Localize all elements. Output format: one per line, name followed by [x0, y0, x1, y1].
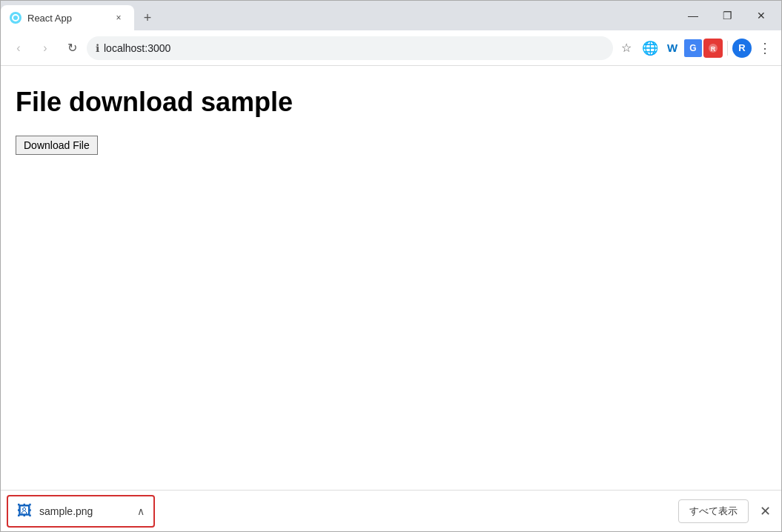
restore-button[interactable]: ❐	[710, 1, 744, 30]
red-extension-icon[interactable]: R	[703, 39, 723, 58]
reload-button[interactable]: ↻	[60, 36, 84, 60]
download-bar-close-button[interactable]: ✕	[755, 501, 775, 522]
download-item[interactable]: 🖼 sample.png ∧	[7, 495, 155, 528]
svg-text:R: R	[711, 45, 716, 53]
tab-favicon	[10, 12, 21, 24]
tab-area: React App × +	[1, 1, 673, 30]
close-button[interactable]: ✕	[744, 1, 778, 30]
page-heading: File download sample	[16, 87, 766, 118]
info-icon: ℹ	[96, 42, 99, 54]
bookmark-button[interactable]: ☆	[616, 38, 637, 59]
browser-window: React App × + — ❐ ✕ ‹ › ↻ ℹ localhost:30…	[0, 0, 782, 532]
titlebar: React App × + — ❐ ✕	[1, 1, 781, 30]
url-bar[interactable]: ℹ localhost:3000	[87, 36, 613, 60]
download-bar: 🖼 sample.png ∧ すべて表示 ✕	[1, 490, 781, 531]
extensions-area: 🌐 W G R R	[640, 38, 752, 59]
download-chevron-icon[interactable]: ∧	[137, 505, 145, 517]
url-text: localhost:3000	[104, 42, 604, 54]
window-controls: — ❐ ✕	[673, 1, 781, 30]
addressbar: ‹ › ↻ ℹ localhost:3000 ☆ 🌐 W G R R ⋮	[1, 30, 781, 66]
download-file-icon: 🖼	[17, 502, 32, 519]
active-tab[interactable]: React App ×	[1, 5, 134, 30]
menu-button[interactable]: ⋮	[755, 38, 775, 59]
tab-close-button[interactable]: ×	[112, 11, 125, 24]
forward-button[interactable]: ›	[33, 36, 57, 60]
tab-title: React App	[27, 13, 106, 24]
profile-avatar[interactable]: R	[732, 39, 752, 58]
minimize-button[interactable]: —	[676, 1, 710, 30]
globe-extension-icon[interactable]: 🌐	[640, 38, 660, 59]
toolbar-divider	[727, 41, 728, 56]
download-file-button[interactable]: Download File	[16, 136, 98, 155]
back-button[interactable]: ‹	[7, 36, 30, 60]
translate-extension-icon[interactable]: G	[684, 39, 702, 57]
word-extension-icon[interactable]: W	[662, 38, 683, 59]
new-tab-button[interactable]: +	[137, 7, 158, 28]
page-content: File download sample Download File	[1, 66, 781, 490]
show-all-button[interactable]: すべて表示	[678, 499, 749, 523]
download-filename: sample.png	[39, 505, 130, 517]
